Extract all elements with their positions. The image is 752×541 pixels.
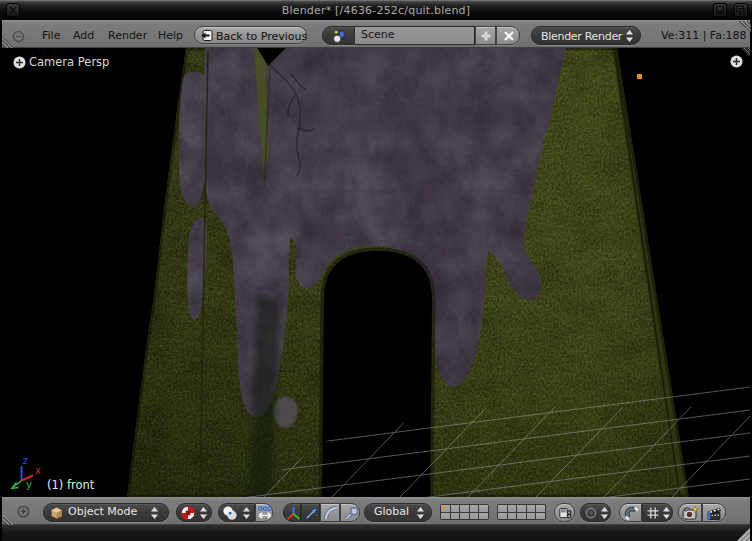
manipulate-centers-toggle[interactable] — [255, 503, 273, 522]
back-button-label: Back to Previous — [216, 30, 307, 43]
maximize-icon — [736, 5, 746, 15]
area-corner-bottomleft-3d[interactable] — [3, 514, 15, 525]
pivot-point-selector[interactable] — [218, 503, 255, 522]
layer-cell-1[interactable] — [441, 505, 450, 512]
snap-element-selector[interactable] — [642, 503, 673, 522]
resize-grip[interactable] — [735, 526, 750, 541]
layer-cell-17[interactable] — [508, 513, 517, 520]
blender-window: Blender* [/4636-252c/quit.blend] File Ad… — [0, 0, 752, 541]
opengl-render-anim-button[interactable] — [702, 503, 726, 522]
view-name-label: Camera Persp — [29, 55, 109, 69]
snap-toggle[interactable] — [619, 503, 642, 522]
layer-cell-11[interactable] — [498, 505, 507, 512]
render-engine-selector[interactable]: Blender Render — [531, 26, 641, 45]
orientation-selector[interactable]: Global — [364, 503, 432, 522]
chevron-updown-icon — [415, 506, 426, 520]
manipulator-toggle[interactable] — [283, 503, 301, 522]
scene-add-button[interactable] — [475, 26, 496, 45]
back-to-previous-button[interactable]: Back to Previous — [194, 26, 307, 44]
layers-block-2[interactable] — [497, 504, 546, 520]
manipulator-translate-button[interactable] — [301, 503, 320, 522]
layer-cell-20[interactable] — [536, 513, 545, 520]
info-header: File Add Render Help Back to Previous Sc… — [2, 20, 750, 48]
window-titlebar: Blender* [/4636-252c/quit.blend] — [0, 0, 752, 20]
manipulator-scale-button[interactable] — [340, 503, 360, 522]
manipulator-axis-icon — [286, 506, 301, 521]
layer-cell-16[interactable] — [498, 513, 507, 520]
area-corner-topright[interactable] — [739, 21, 751, 32]
mode-selector-value: Object Mode — [68, 505, 137, 518]
scene-browse-button[interactable] — [322, 26, 355, 45]
header-plus-icon[interactable] — [17, 505, 30, 518]
layer-cell-7[interactable] — [451, 513, 460, 520]
layer-cell-14[interactable] — [527, 505, 536, 512]
layer-cell-2[interactable] — [451, 505, 460, 512]
scale-icon — [344, 506, 359, 521]
layer-cell-5[interactable] — [479, 505, 488, 512]
magnet-icon — [624, 506, 639, 521]
render-still-camera-icon — [682, 505, 699, 522]
mode-selector[interactable]: Object Mode — [43, 503, 169, 522]
layer-cell-9[interactable] — [470, 513, 479, 520]
window-iconify-button[interactable] — [713, 3, 727, 17]
chevron-updown-icon — [624, 29, 635, 43]
render-anim-clapper-icon — [706, 505, 723, 522]
plus-icon — [480, 30, 492, 42]
layer-cell-6[interactable] — [441, 513, 450, 520]
layer-cell-4[interactable] — [470, 505, 479, 512]
layer-cell-19[interactable] — [527, 513, 536, 520]
x-icon — [503, 30, 515, 42]
chevron-updown-icon — [661, 506, 672, 520]
lock-camera-layers-toggle[interactable] — [554, 503, 575, 522]
window-close-button[interactable] — [6, 3, 20, 17]
shading-textured-icon — [180, 505, 196, 521]
object-mode-cube-icon — [49, 506, 64, 521]
axis-z-label: z — [23, 455, 28, 466]
arch-opening — [322, 251, 432, 497]
layer-cell-13[interactable] — [517, 505, 526, 512]
chevron-updown-icon — [241, 506, 252, 520]
manipulator-rotate-button[interactable] — [320, 503, 340, 522]
window-maximize-button[interactable] — [734, 3, 748, 17]
menu-help[interactable]: Help — [158, 29, 183, 42]
proportional-circle-icon — [584, 506, 598, 520]
axis-x-label: x — [35, 465, 41, 476]
axis-y-label: y — [26, 479, 32, 490]
scene-name-field[interactable]: Scene — [355, 26, 475, 45]
viewport-3d[interactable]: Camera Persp z x y (1) front — [2, 48, 750, 497]
window-title: Blender* [/4636-252c/quit.blend] — [0, 4, 752, 17]
area-corner-topright-3d[interactable] — [738, 48, 750, 59]
iconify-icon — [715, 5, 725, 15]
area-corner-bottomleft-info[interactable] — [2, 37, 14, 48]
menu-render[interactable]: Render — [108, 29, 147, 42]
close-icon — [8, 5, 18, 15]
scene-unlink-button[interactable] — [496, 26, 520, 45]
scene-lock-icon — [559, 507, 572, 520]
scene-icon — [332, 29, 347, 44]
toolshelf-plus-icon[interactable] — [13, 56, 26, 69]
viewport-scene — [2, 48, 750, 497]
nav-label: (1) front — [47, 478, 94, 492]
layer-cell-10[interactable] — [479, 513, 488, 520]
proportional-edit-selector[interactable] — [580, 503, 611, 522]
viewport-shading-selector[interactable] — [176, 503, 212, 522]
chevron-updown-icon — [149, 506, 160, 520]
manipulate-centers-icon — [257, 505, 273, 521]
lamp-object-dot[interactable] — [637, 74, 642, 79]
opengl-render-button[interactable] — [678, 503, 702, 522]
layer-cell-18[interactable] — [517, 513, 526, 520]
back-icon — [200, 29, 213, 42]
layer-cell-3[interactable] — [460, 505, 469, 512]
layer-cell-8[interactable] — [460, 513, 469, 520]
chevron-updown-icon — [198, 506, 209, 520]
layers-block-1[interactable] — [440, 504, 489, 520]
layer-cell-15[interactable] — [536, 505, 545, 512]
active-layer-dot — [442, 506, 445, 509]
orientation-value: Global — [374, 505, 409, 518]
scene-name-value: Scene — [361, 28, 395, 41]
window-bottom-border — [2, 525, 750, 541]
snap-increment-icon — [646, 506, 660, 520]
menu-add[interactable]: Add — [73, 29, 94, 42]
layer-cell-12[interactable] — [508, 505, 517, 512]
menu-file[interactable]: File — [42, 29, 60, 42]
